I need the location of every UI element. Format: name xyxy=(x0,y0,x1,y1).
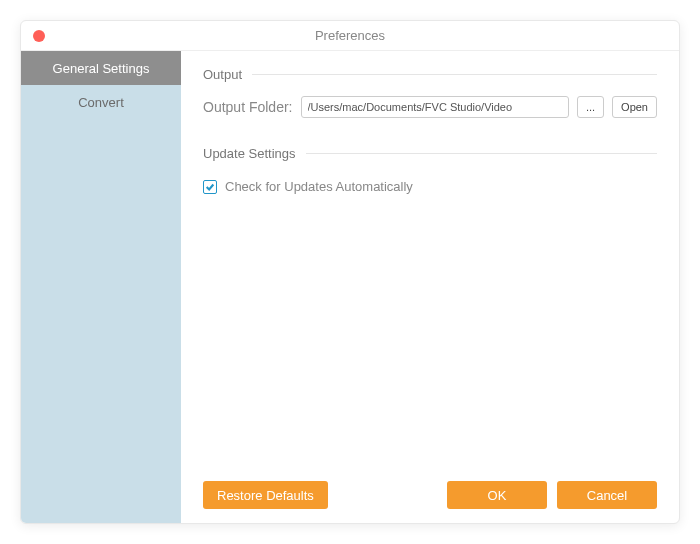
output-folder-input[interactable] xyxy=(301,96,569,118)
divider xyxy=(252,74,657,75)
footer: Restore Defaults OK Cancel xyxy=(203,481,657,509)
section-header-output: Output xyxy=(203,67,657,82)
open-button-label: Open xyxy=(621,101,648,113)
button-label: Cancel xyxy=(587,488,627,503)
open-folder-button[interactable]: Open xyxy=(612,96,657,118)
button-label: Restore Defaults xyxy=(217,488,314,503)
ok-button[interactable]: OK xyxy=(447,481,547,509)
section-title: Update Settings xyxy=(203,146,296,161)
content-pane: Output Output Folder: ... Open Update Se… xyxy=(181,51,679,523)
auto-update-label: Check for Updates Automatically xyxy=(225,179,413,194)
close-window-icon[interactable] xyxy=(33,30,45,42)
auto-update-row: Check for Updates Automatically xyxy=(203,179,657,194)
sidebar-item-label: Convert xyxy=(78,95,124,110)
sidebar-item-general-settings[interactable]: General Settings xyxy=(21,51,181,85)
section-header-update: Update Settings xyxy=(203,146,657,161)
window-title: Preferences xyxy=(21,28,679,43)
section-title: Output xyxy=(203,67,242,82)
cancel-button[interactable]: Cancel xyxy=(557,481,657,509)
preferences-window: Preferences General Settings Convert Out… xyxy=(20,20,680,524)
titlebar: Preferences xyxy=(21,21,679,51)
window-body: General Settings Convert Output Output F… xyxy=(21,51,679,523)
output-folder-row: Output Folder: ... Open xyxy=(203,96,657,118)
sidebar: General Settings Convert xyxy=(21,51,181,523)
button-label: OK xyxy=(488,488,507,503)
auto-update-checkbox[interactable] xyxy=(203,180,217,194)
ellipsis-icon: ... xyxy=(586,101,595,113)
browse-button[interactable]: ... xyxy=(577,96,604,118)
output-folder-label: Output Folder: xyxy=(203,99,293,115)
sidebar-item-convert[interactable]: Convert xyxy=(21,85,181,119)
sidebar-item-label: General Settings xyxy=(53,61,150,76)
divider xyxy=(306,153,657,154)
checkmark-icon xyxy=(205,182,215,192)
restore-defaults-button[interactable]: Restore Defaults xyxy=(203,481,328,509)
